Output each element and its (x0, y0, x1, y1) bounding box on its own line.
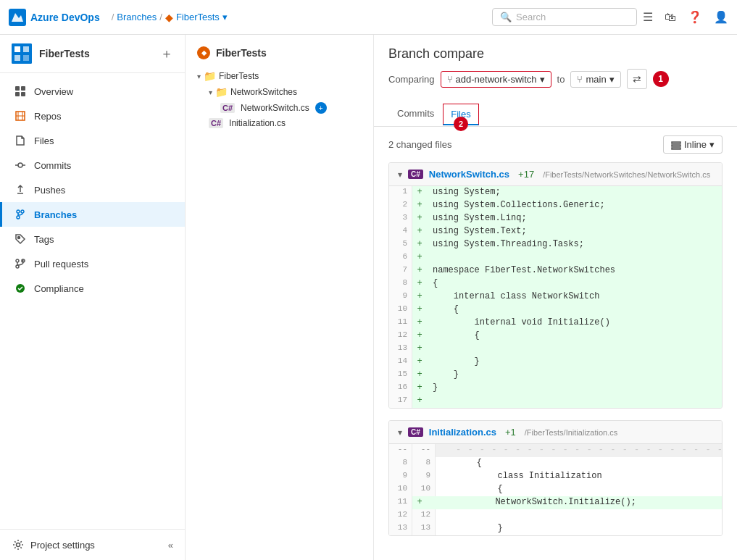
help-icon[interactable]: ❓ (688, 10, 702, 24)
add-button[interactable]: ＋ (160, 45, 173, 62)
svg-rect-3 (23, 46, 29, 52)
tab-commits[interactable]: Commits (388, 102, 443, 126)
tree-item-fibertests[interactable]: ▾ 📁 FiberTests (186, 68, 373, 84)
branches-icon (14, 208, 27, 221)
branch-to-selector[interactable]: ⑂ main ▾ (570, 71, 620, 88)
tabs-row: Commits Files 2 (374, 102, 737, 127)
breadcrumb: / Branches / ◆ FiberTests ▾ (112, 12, 228, 23)
menu-icon[interactable]: ☰ (643, 10, 653, 24)
sidebar-item-branches[interactable]: Branches (0, 202, 185, 227)
svg-point-17 (16, 259, 19, 262)
page-title: Branch compare (388, 46, 723, 62)
sidebar-item-pushes[interactable]: Pushes (0, 177, 185, 202)
changed-count: 2 changed files (388, 139, 451, 150)
svg-rect-2 (14, 46, 20, 52)
svg-point-21 (17, 543, 20, 547)
diff-header-networkswitch: ▾ C# NetworkSwitch.cs +17 /FiberTests/Ne… (389, 163, 722, 186)
chevron-down-icon: ▾ (540, 74, 545, 85)
diff-added-count: +17 (518, 169, 534, 180)
swap-button[interactable]: ⇄ (627, 69, 647, 89)
compare-row: Comparing ⑂ add-network-switch ▾ to ⑂ ma… (388, 69, 723, 89)
diff-header-initialization: ▾ C# Initialization.cs +1 /FiberTests/In… (389, 421, 722, 444)
sidebar-item-commits[interactable]: Commits (0, 153, 185, 177)
breadcrumb-branches[interactable]: Branches (117, 12, 157, 22)
csharp-file-icon: C# (220, 103, 235, 113)
search-icon: 🔍 (500, 12, 512, 22)
breadcrumb-fibertests[interactable]: ◆ FiberTests ▾ (165, 12, 228, 23)
svg-rect-7 (21, 86, 25, 91)
svg-rect-5 (23, 55, 29, 61)
chevron-down-icon: ▾ (709, 139, 715, 150)
svg-point-15 (17, 216, 20, 219)
chevron-down-icon: ▾ (209, 88, 212, 96)
svg-point-13 (17, 210, 20, 213)
collapse-icon[interactable]: « (168, 540, 173, 551)
diff-path: /FiberTests/NetworkSwitches/NetworkSwitc… (543, 170, 710, 179)
annotation-badge-1: 1 (653, 71, 669, 87)
search-box[interactable]: 🔍 Search (492, 8, 637, 26)
topbar: Azure DevOps / Branches / ◆ FiberTests ▾… (0, 0, 737, 35)
app-logo[interactable]: Azure DevOps (9, 9, 100, 26)
chevron-down-icon: ▾ (197, 72, 201, 80)
sidebar-project: FiberTests ＋ (0, 35, 185, 73)
tags-icon (14, 233, 27, 246)
files-icon (14, 134, 27, 147)
svg-rect-24 (672, 148, 680, 149)
branch-from-icon: ⑂ (447, 74, 453, 85)
user-icon[interactable]: 👤 (714, 10, 728, 24)
svg-rect-9 (21, 92, 25, 96)
branch-from-selector[interactable]: ⑂ add-network-switch ▾ (441, 71, 551, 88)
svg-point-10 (18, 163, 22, 167)
diff-code-initialization: ---- - - - - - - - - - - - - - - - - - -… (389, 444, 722, 535)
changed-files-row: 2 changed files Inline ▾ (388, 135, 723, 154)
collapse-diff-icon[interactable]: ▾ (398, 427, 402, 438)
diff-block-networkswitch: ▾ C# NetworkSwitch.cs +17 /FiberTests/Ne… (388, 162, 723, 409)
diff-block-initialization: ▾ C# Initialization.cs +1 /FiberTests/In… (388, 420, 723, 536)
overview-icon (14, 85, 27, 98)
csharp-file-icon: C# (209, 118, 223, 128)
topbar-icons: ☰ 🛍 ❓ 👤 (643, 10, 728, 24)
sidebar: FiberTests ＋ Overview Repos Files (0, 35, 186, 560)
sidebar-item-files[interactable]: Files (0, 128, 185, 153)
folder-icon: 📁 (204, 70, 216, 82)
compliance-icon (14, 282, 27, 295)
diff-panel: Branch compare Comparing ⑂ add-network-s… (374, 35, 737, 560)
sidebar-item-repos[interactable]: Repos (0, 104, 185, 128)
svg-point-16 (18, 237, 20, 239)
inline-button[interactable]: Inline ▾ (663, 135, 723, 154)
inline-icon (671, 140, 681, 150)
repos-icon (14, 109, 27, 122)
sidebar-item-pull-requests[interactable]: Pull requests (0, 251, 185, 276)
panel-project-icon: ◆ (197, 46, 210, 59)
lang-badge: C# (408, 427, 423, 437)
tab-files-container: Files 2 (443, 104, 478, 125)
diff-filename: NetworkSwitch.cs (429, 169, 509, 180)
main-area: ◆ FiberTests ▾ 📁 FiberTests ▾ 📁 NetworkS… (186, 35, 737, 560)
settings-icon (12, 538, 25, 551)
branch-to-icon: ⑂ (577, 74, 583, 85)
project-name: FiberTests (39, 48, 153, 59)
sidebar-item-tags[interactable]: Tags (0, 227, 185, 251)
sidebar-item-compliance[interactable]: Compliance (0, 276, 185, 301)
svg-rect-23 (672, 145, 680, 146)
chevron-down-icon: ▾ (609, 74, 615, 85)
content-area: 2 changed files Inline ▾ ▾ C# NetworkSwi… (374, 127, 737, 560)
svg-rect-22 (672, 142, 680, 143)
project-icon (12, 43, 32, 64)
diff-code-networkswitch: 1+using System; 2+using System.Collectio… (389, 186, 722, 408)
tree-item-networkswitch-cs[interactable]: C# NetworkSwitch.cs + (186, 100, 373, 116)
diff-filename: Initialization.cs (429, 427, 496, 438)
svg-rect-4 (14, 55, 20, 61)
bag-icon[interactable]: 🛍 (665, 11, 676, 24)
sidebar-nav: Overview Repos Files Commits (0, 73, 185, 529)
add-badge: + (315, 102, 327, 114)
tree-item-networkswitches[interactable]: ▾ 📁 NetworkSwitches (186, 84, 373, 100)
page-header: Branch compare Comparing ⑂ add-network-s… (374, 35, 737, 102)
collapse-diff-icon[interactable]: ▾ (398, 170, 402, 180)
layout: FiberTests ＋ Overview Repos Files (0, 35, 737, 560)
sidebar-footer[interactable]: Project settings « (0, 529, 185, 560)
tree-item-initialization-cs[interactable]: C# Initialization.cs (186, 116, 373, 130)
pushes-icon (14, 183, 27, 196)
sidebar-item-overview[interactable]: Overview (0, 79, 185, 104)
fibertests-icon: ◆ (165, 12, 173, 23)
